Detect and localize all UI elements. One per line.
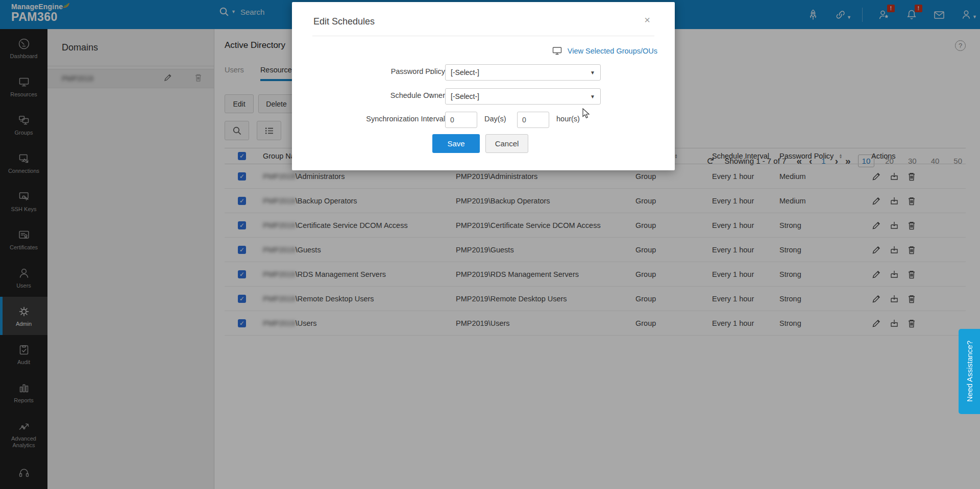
need-assistance-tab[interactable]: Need Assistance? (959, 329, 980, 414)
password-policy-row: Password Policy : [-Select-] ▼ (292, 64, 675, 81)
view-selected-groups-link[interactable]: View Selected Groups/OUs (568, 47, 657, 55)
chevron-down-icon: ▼ (590, 94, 595, 99)
pam360-app: ManageEngine PAM360 ▼ Search ▼ ! ! (0, 0, 980, 489)
monitor-icon (552, 46, 562, 56)
password-policy-select[interactable]: [-Select-] ▼ (445, 64, 601, 81)
mouse-cursor (582, 108, 591, 119)
close-icon[interactable]: × (644, 14, 650, 26)
interval-days-input[interactable] (445, 112, 477, 128)
schedule-owner-row: Schedule Owner : [-Select-] ▼ (292, 88, 675, 105)
edit-schedules-modal: Edit Schedules × View Selected Groups/OU… (292, 2, 675, 170)
save-button[interactable]: Save (432, 134, 480, 153)
cancel-button[interactable]: Cancel (485, 134, 528, 153)
chevron-down-icon: ▼ (590, 70, 595, 75)
view-selected-groups: View Selected Groups/OUs (552, 46, 657, 56)
modal-title: Edit Schedules (313, 16, 375, 27)
sync-interval-row: Synchronization Interval : Day(s) hour(s… (292, 112, 675, 128)
interval-hours-input[interactable] (517, 112, 549, 128)
modal-divider (312, 36, 654, 36)
schedule-owner-select[interactable]: [-Select-] ▼ (445, 88, 601, 105)
